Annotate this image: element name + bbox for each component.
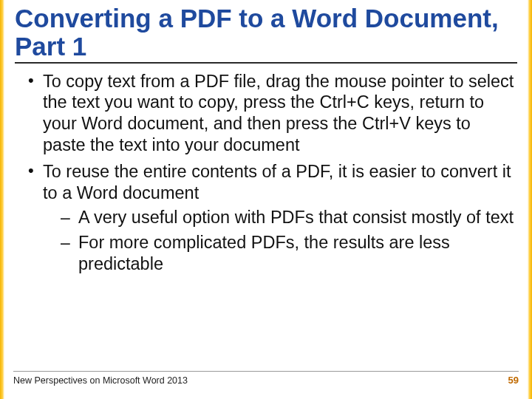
bullet-item: To copy text from a PDF file, drag the m… [27,71,514,156]
footer-row: New Perspectives on Microsoft Word 2013 … [13,375,519,386]
footer-rule [13,371,519,372]
slide-content: Converting a PDF to a Word Document, Par… [4,0,528,399]
footer-source: New Perspectives on Microsoft Word 2013 [13,375,188,386]
sub-list: A very useful option with PDFs that cons… [43,207,514,275]
title-block: Converting a PDF to a Word Document, Par… [15,4,517,64]
bullet-text: To copy text from a PDF file, drag the m… [43,72,514,154]
accent-bar-right [528,0,532,399]
sub-item: A very useful option with PDFs that cons… [58,207,514,228]
bullet-text: To reuse the entire contents of a PDF, i… [43,162,511,202]
sub-text: A very useful option with PDFs that cons… [78,208,514,227]
page-number: 59 [508,375,519,386]
body-area: To copy text from a PDF file, drag the m… [15,71,517,275]
bullet-list: To copy text from a PDF file, drag the m… [27,71,514,275]
bullet-item: To reuse the entire contents of a PDF, i… [27,161,514,274]
sub-text: For more complicated PDFs, the results a… [78,233,450,273]
slide-title: Converting a PDF to a Word Document, Par… [15,4,517,61]
footer: New Perspectives on Microsoft Word 2013 … [13,371,519,386]
sub-item: For more complicated PDFs, the results a… [58,232,514,274]
